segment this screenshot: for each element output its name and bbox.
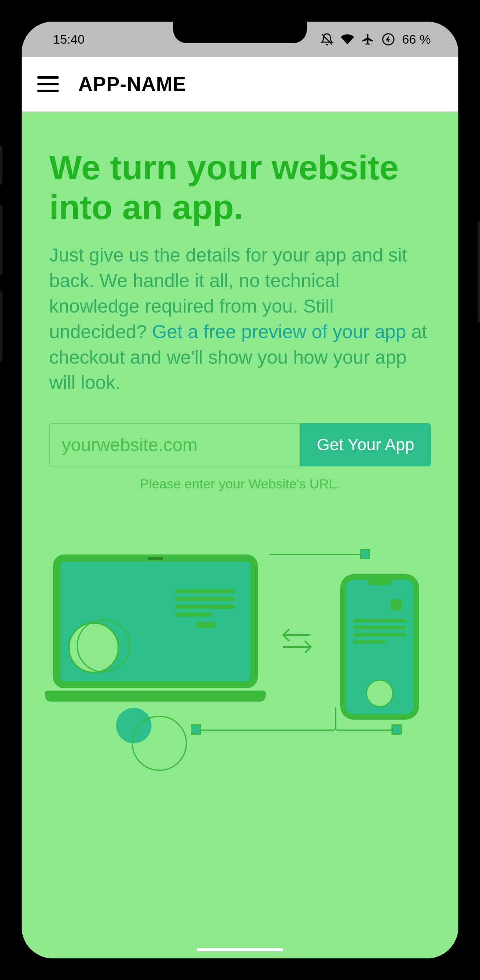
phone-screen: 15:40 66 % APP-NAME We turn your website… <box>22 22 458 958</box>
hero-headline: We turn your website into an app. <box>49 147 431 227</box>
website-url-input[interactable] <box>49 423 300 466</box>
hero-section: We turn your website into an app. Just g… <box>22 112 458 958</box>
hero-illustration <box>49 547 431 743</box>
phone-mockup-frame: 15:40 66 % APP-NAME We turn your website… <box>0 0 480 980</box>
app-bar: APP-NAME <box>22 57 458 112</box>
url-input-row: Get Your App <box>49 423 431 466</box>
side-button <box>0 204 2 275</box>
hero-subtext: Just give us the details for your app an… <box>49 243 431 396</box>
phone-illustration <box>340 574 419 720</box>
get-your-app-button[interactable]: Get Your App <box>300 423 431 466</box>
side-button <box>0 146 2 185</box>
airplane-mode-icon <box>361 33 375 46</box>
battery-percent: 66 % <box>402 32 431 47</box>
notifications-off-icon <box>320 33 334 46</box>
battery-charging-icon <box>382 33 395 46</box>
status-time: 15:40 <box>41 32 85 47</box>
transfer-arrows-icon <box>277 625 317 657</box>
laptop-illustration <box>53 554 266 712</box>
phone-notch <box>173 22 307 43</box>
side-button <box>0 291 2 362</box>
input-helper-text: Please enter your Website's URL. <box>49 476 431 492</box>
app-title: APP-NAME <box>78 73 186 96</box>
free-preview-link[interactable]: Get a free preview of your app <box>152 321 406 342</box>
side-button <box>478 220 480 322</box>
home-indicator[interactable] <box>197 948 283 951</box>
wifi-icon <box>341 33 354 46</box>
menu-icon[interactable] <box>37 76 59 92</box>
